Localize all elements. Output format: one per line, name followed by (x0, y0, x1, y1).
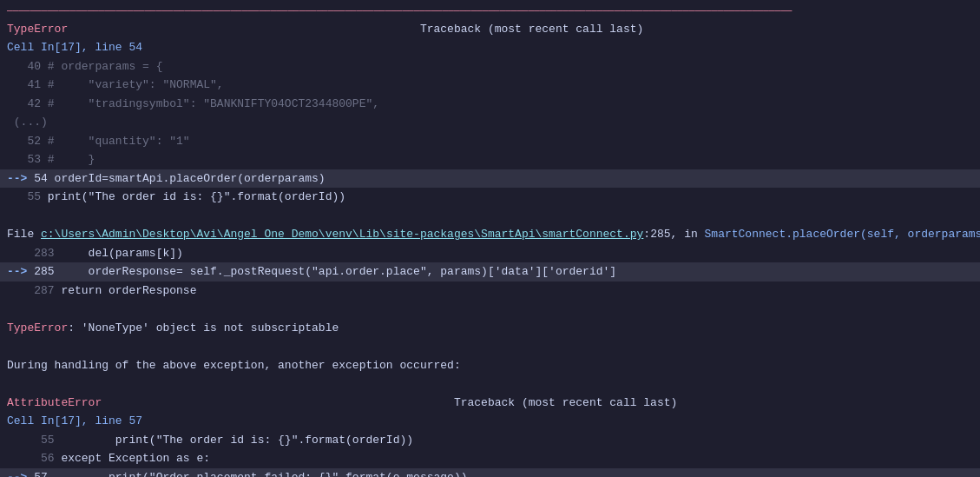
file-path-link-1[interactable]: c:\Users\Admin\Desktop\Avi\Angel One Dem… (41, 226, 643, 243)
second-error-header: AttributeError Traceback (most recent ca… (0, 394, 980, 413)
code-line-55: 55 print("The order id is: {}".format(or… (0, 188, 980, 207)
code-line-56: 56 except Exception as e: (0, 449, 980, 468)
cell-info-2: Cell In[17], line 57 (7, 413, 142, 430)
during-handling-text: During handling of the above exception, … (7, 357, 461, 374)
code-line-52: 52 # "quantity": "1" (0, 132, 980, 151)
empty-line-2 (0, 300, 980, 319)
empty-line-1 (0, 207, 980, 226)
empty-line-3 (0, 337, 980, 356)
func-name-1: SmartConnect.placeOrder(self, orderparam… (705, 226, 980, 243)
cell-info-line-2: Cell In[17], line 57 (0, 412, 980, 431)
code-line-53: 53 # } (0, 150, 980, 169)
empty-line-4 (0, 374, 980, 394)
during-handling-line: During handling of the above exception, … (0, 356, 980, 375)
arrow-line-54: --> 54 orderId=smartApi.placeOrder(order… (0, 169, 980, 189)
type-error-text: TypeError (7, 320, 68, 337)
code-line-40: 40 # orderparams = { (0, 57, 980, 76)
arrow-line-285: --> 285 orderResponse= self._postRequest… (0, 262, 980, 282)
type-error-message: TypeError : 'NoneType' object is not sub… (0, 319, 980, 338)
traceback-header-2: Traceback (most recent call last) (102, 394, 677, 412)
code-line-ellipsis: (...) (0, 113, 980, 132)
arrow-line-57: --> 57 print("Order placement failed: {}… (0, 468, 980, 478)
cell-info-1: Cell In[17], line 54 (7, 39, 142, 56)
cell-info-line-1: Cell In[17], line 54 (0, 38, 980, 57)
traceback-header-1: Traceback (most recent call last) (68, 21, 643, 38)
code-line-55b: 55 print("The order id is: {}".format(or… (0, 431, 980, 450)
code-line-287: 287 return orderResponse (0, 282, 980, 301)
traceback-container: ────────────────────────────────────────… (0, 0, 980, 477)
second-error-type: AttributeError (7, 394, 102, 412)
first-error-type: TypeError (7, 21, 68, 38)
code-line-42: 42 # "tradingsymbol": "BANKNIFTY04OCT234… (0, 95, 980, 114)
divider-line: ────────────────────────────────────────… (0, 3, 980, 20)
file-line-1: File c:\Users\Admin\Desktop\Avi\Angel On… (0, 225, 980, 244)
code-line-283: 283 del(params[k]) (0, 244, 980, 263)
code-line-41: 41 # "variety": "NORMAL", (0, 76, 980, 95)
first-error-header: TypeError Traceback (most recent call la… (0, 20, 980, 39)
